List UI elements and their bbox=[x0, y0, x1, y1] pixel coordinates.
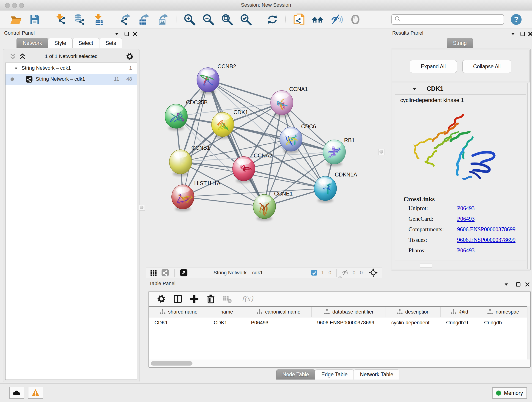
search-box bbox=[391, 14, 504, 25]
cell-namespace[interactable]: stringdb bbox=[478, 317, 527, 328]
cell-description[interactable]: cyclin-dependent ... bbox=[386, 317, 440, 328]
tab-edge-table[interactable]: Edge Table bbox=[315, 370, 354, 380]
tab-string[interactable]: String bbox=[447, 38, 473, 48]
birds-eye-icon[interactable] bbox=[369, 268, 378, 277]
network-collection-row[interactable]: String Network – cdk1 1 bbox=[6, 63, 137, 74]
cell-database-identifier[interactable]: 9606.ENSP00000378699 bbox=[312, 317, 386, 328]
tab-sets[interactable]: Sets bbox=[99, 38, 122, 48]
open-session-icon[interactable] bbox=[10, 13, 22, 26]
zoom-out-icon[interactable] bbox=[202, 13, 215, 26]
panel-collapse-icon[interactable] bbox=[503, 281, 509, 287]
tab-style[interactable]: Style bbox=[48, 38, 72, 48]
import-network-database-icon[interactable] bbox=[74, 13, 86, 26]
zoom-in-icon[interactable] bbox=[183, 13, 196, 26]
create-column-icon[interactable] bbox=[189, 294, 199, 304]
detach-view-icon[interactable] bbox=[180, 269, 188, 277]
column-header-shared-name[interactable]: shared name bbox=[149, 307, 208, 317]
column-settings-gear-icon[interactable] bbox=[156, 294, 166, 304]
search-input[interactable] bbox=[401, 16, 501, 23]
tab-network-table[interactable]: Network Table bbox=[354, 370, 399, 380]
toolbar-separator bbox=[285, 13, 286, 26]
tab-select[interactable]: Select bbox=[72, 38, 99, 48]
first-neighbors-icon[interactable] bbox=[312, 13, 324, 26]
export-image-icon[interactable] bbox=[157, 13, 169, 26]
column-header-id[interactable]: @id bbox=[441, 307, 478, 317]
collapse-all-networks-icon[interactable] bbox=[8, 52, 17, 61]
network-options-gear-icon[interactable] bbox=[125, 52, 134, 61]
genecard-link[interactable]: P06493 bbox=[457, 216, 475, 222]
cloud-button[interactable] bbox=[9, 387, 24, 399]
table-vscroll-track[interactable] bbox=[527, 306, 530, 359]
table-row[interactable]: CDK1 CDK1 P06493 9606.ENSP00000378699 cy… bbox=[149, 317, 527, 328]
right-splitter-handle[interactable] bbox=[379, 149, 385, 155]
zoom-selected-icon[interactable] bbox=[240, 13, 252, 26]
panel-collapse-icon[interactable] bbox=[114, 31, 120, 37]
node-HIST1H1A[interactable]: HIST1H1A bbox=[172, 180, 220, 211]
edge-CCNB2-CCNA1[interactable] bbox=[208, 80, 282, 103]
table-hscroll-track[interactable] bbox=[149, 360, 530, 367]
zoom-fit-icon[interactable] bbox=[221, 13, 233, 26]
show-columns-icon[interactable] bbox=[173, 294, 183, 304]
column-header-database-identifier[interactable]: database identifier bbox=[312, 307, 386, 317]
expand-all-button[interactable]: Expand All bbox=[410, 60, 457, 73]
cell-name[interactable]: CDK1 bbox=[208, 317, 246, 328]
import-table-file-icon[interactable] bbox=[93, 13, 105, 26]
compartments-link[interactable]: 9606.ENSP00000378699 bbox=[457, 226, 515, 232]
node-CDC25B[interactable]: CDC25B bbox=[165, 99, 208, 131]
node-CDKN1A[interactable]: CDKN1A bbox=[314, 172, 357, 203]
edge-HIST1H1A-CCNE1[interactable] bbox=[183, 197, 264, 206]
uniprot-link[interactable]: P06493 bbox=[457, 205, 475, 211]
edge-CDK1-RB1[interactable] bbox=[223, 124, 334, 152]
panel-float-icon[interactable] bbox=[520, 31, 526, 37]
window-title: Session: New Session bbox=[0, 2, 532, 8]
export-table-icon[interactable] bbox=[138, 13, 150, 26]
column-header-description[interactable]: description bbox=[386, 307, 440, 317]
panel-float-icon[interactable] bbox=[515, 281, 521, 287]
node-RB1[interactable]: RB1 bbox=[323, 137, 355, 166]
network-canvas[interactable]: CCNB2CCNA1CDC25BCDK1CDC6RB1CCNB1CCNA2CDK… bbox=[146, 29, 382, 268]
export-network-icon[interactable] bbox=[119, 13, 132, 26]
hide-selected-icon[interactable] bbox=[330, 13, 343, 26]
cell-shared-name[interactable]: CDK1 bbox=[149, 317, 208, 328]
pharos-link[interactable]: P06493 bbox=[457, 247, 475, 254]
tab-node-table[interactable]: Node Table bbox=[276, 370, 315, 380]
show-all-icon[interactable] bbox=[349, 13, 361, 26]
expand-all-networks-icon[interactable] bbox=[18, 52, 27, 61]
network-share-icon[interactable] bbox=[161, 269, 169, 277]
selected-checkbox-icon[interactable] bbox=[311, 269, 317, 276]
panel-close-icon[interactable] bbox=[132, 31, 138, 37]
memory-button[interactable]: Memory bbox=[492, 387, 527, 399]
column-header-canonical-name[interactable]: canonical name bbox=[245, 307, 312, 317]
panel-close-icon[interactable] bbox=[525, 281, 530, 287]
warnings-button[interactable] bbox=[28, 387, 43, 399]
grid-view-icon[interactable] bbox=[149, 269, 157, 277]
tab-network[interactable]: Network bbox=[17, 38, 48, 48]
collapse-all-button[interactable]: Collapse All bbox=[462, 60, 511, 73]
help-icon[interactable]: ? bbox=[510, 13, 522, 26]
gene-section-header[interactable]: CDK1 bbox=[392, 85, 529, 93]
apply-layout-icon[interactable] bbox=[266, 13, 279, 26]
cell-id[interactable]: stringdb:9... bbox=[440, 317, 478, 328]
panel-close-icon[interactable] bbox=[527, 31, 532, 37]
column-header-namespace[interactable]: namespac bbox=[478, 307, 527, 317]
results-vscroll-track[interactable] bbox=[527, 83, 530, 269]
section-collapse-icon[interactable] bbox=[412, 87, 417, 92]
save-session-icon[interactable] bbox=[28, 13, 41, 26]
results-hscroll-thumb[interactable] bbox=[420, 264, 432, 268]
tree-expand-icon[interactable] bbox=[14, 66, 18, 70]
cell-canonical-name[interactable]: P06493 bbox=[245, 317, 312, 328]
delete-columns-icon[interactable] bbox=[206, 294, 216, 304]
node-CCNB2[interactable]: CCNB2 bbox=[197, 63, 236, 94]
network-row-selected[interactable]: String Network – cdk1 11 48 bbox=[6, 74, 137, 85]
table-hscroll-thumb[interactable] bbox=[151, 361, 192, 366]
import-network-file-icon[interactable] bbox=[55, 13, 67, 26]
panel-collapse-icon[interactable] bbox=[510, 31, 516, 37]
edge-CCNB2-CCNE1[interactable] bbox=[208, 80, 264, 206]
panel-float-icon[interactable] bbox=[124, 31, 130, 37]
node-CCNA1[interactable]: CCNA1 bbox=[271, 86, 308, 117]
left-splitter-handle[interactable] bbox=[139, 205, 145, 211]
selected-count: 1 - 0 bbox=[321, 270, 331, 276]
column-header-name[interactable]: name bbox=[208, 307, 245, 317]
tissues-link[interactable]: 9606.ENSP00000378699 bbox=[457, 237, 515, 243]
clone-network-icon[interactable] bbox=[293, 13, 305, 26]
